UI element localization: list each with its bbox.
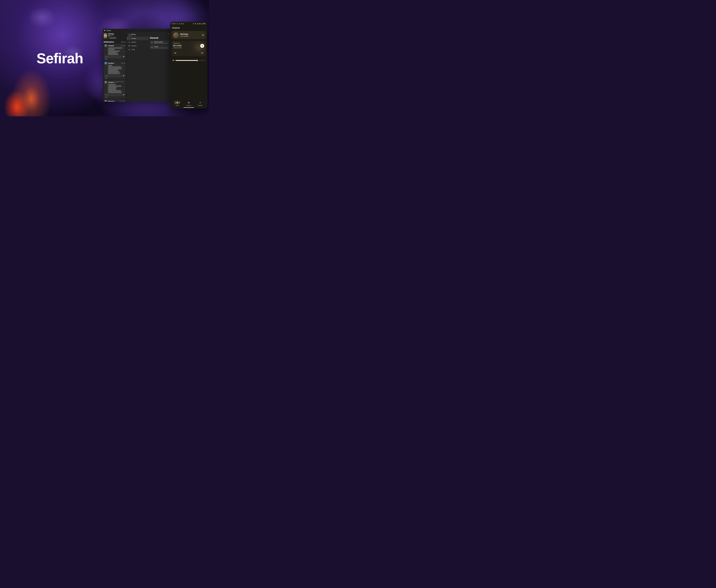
notification-card[interactable]: Instagram 8:21 AM Like <box>104 44 126 61</box>
whatsapp-icon <box>176 23 178 24</box>
nav-devices[interactable]: Devices <box>186 101 192 106</box>
volume-control[interactable] <box>172 59 206 62</box>
wifi-icon <box>195 23 196 24</box>
palette-icon <box>151 46 153 48</box>
pause-button[interactable] <box>200 44 204 48</box>
nav-label: Features <box>131 45 137 46</box>
titlebar-app-name: Sefirah <box>107 30 111 31</box>
volume-icon[interactable] <box>172 59 174 62</box>
alarm-icon <box>193 23 194 24</box>
media-artist: Travis Scott <box>173 47 204 48</box>
send-icon[interactable] <box>123 75 125 77</box>
volume-slider[interactable] <box>176 60 205 61</box>
app-icon <box>182 23 184 24</box>
nav-item-devices[interactable]: Devices <box>127 40 149 44</box>
connected-device-card[interactable]: Shrimpy Connected <box>172 31 206 39</box>
nav-item-about[interactable]: About <box>127 48 149 51</box>
nav-label: About <box>131 49 135 50</box>
tab-settings[interactable]: Settings <box>127 33 137 36</box>
setting-subtitle: Choose how the app starts whe <box>154 43 168 44</box>
nav-label: Settings <box>198 105 203 106</box>
notifications-list[interactable]: Instagram 8:21 AM Like <box>104 44 126 102</box>
notification-avatar <box>105 62 107 64</box>
svg-rect-12 <box>181 23 181 24</box>
nav-item-features[interactable]: Features <box>127 44 149 47</box>
signal-icon <box>197 23 198 24</box>
skip-next-icon[interactable] <box>201 52 204 54</box>
svg-point-7 <box>151 46 153 48</box>
notification-time: 8:21 AM <box>121 45 125 46</box>
like-button[interactable]: Like <box>105 77 125 79</box>
settings-heading: General <box>150 37 169 39</box>
like-button[interactable]: Like <box>105 58 125 60</box>
volume-thumb[interactable] <box>197 60 197 61</box>
setting-title: Theme <box>154 46 168 47</box>
nav-item-general[interactable]: General <box>127 37 149 40</box>
notification-app: Instagram <box>108 82 114 83</box>
home-icon <box>176 102 178 104</box>
nav-home[interactable]: Home <box>174 101 180 106</box>
connected-device-name: Shrimpy <box>180 33 200 35</box>
battery-indicator: 46 % <box>108 35 126 36</box>
expand-icon[interactable] <box>168 33 170 35</box>
notification-time: 1/29/2025 10:50 PM <box>115 81 125 84</box>
device-thumbnail <box>104 33 107 39</box>
notification-time: 12:37 PM <box>120 101 125 102</box>
nav-settings[interactable]: Settings <box>197 101 203 106</box>
connected-device-status: Connected <box>180 35 200 37</box>
skip-previous-icon[interactable] <box>174 52 176 54</box>
notification-card[interactable]: WhatsApp 12:37 PM <box>104 99 126 102</box>
device-name: Shrimpy <box>108 33 126 35</box>
media-player-card[interactable]: Spotify.exe MY EYES Travis Scott <box>172 41 206 56</box>
battery-icon <box>108 35 110 36</box>
notification-card[interactable]: Instagram 1/29/2025 10:50 PM <box>104 80 126 99</box>
svg-rect-2 <box>129 42 130 43</box>
titlebar: Sefirah <box>103 29 170 32</box>
notification-body <box>108 65 125 74</box>
svg-rect-5 <box>129 46 129 46</box>
reply-input[interactable] <box>105 56 122 58</box>
status-time: 12:16 <box>172 23 175 24</box>
notification-card[interactable]: Instagram 7:52 AM L <box>104 61 126 80</box>
svg-point-19 <box>200 102 200 103</box>
phone-mockup: 12:16 30% Home Shrimpy Connected <box>170 22 208 108</box>
phone-statusbar: 12:16 30% <box>170 22 208 25</box>
setting-subtitle: Choose your default app them <box>154 47 168 48</box>
device-card[interactable]: Shrimpy 46 % Connected <box>104 33 126 40</box>
battery-icon <box>201 23 202 24</box>
signal-icon <box>199 23 200 24</box>
notification-avatar <box>105 81 107 84</box>
notification-dot-icon <box>181 23 182 24</box>
features-icon <box>129 45 130 47</box>
reply-input[interactable] <box>105 93 122 96</box>
notification-app: Instagram <box>108 62 120 64</box>
gesture-bar[interactable] <box>183 107 194 108</box>
settings-panel: Settings General Devices F <box>127 32 170 102</box>
notifications-heading: Notifications <box>104 41 114 43</box>
svg-point-0 <box>129 34 129 35</box>
like-button[interactable]: Like <box>105 97 125 98</box>
left-panel: Shrimpy 46 % Connected Notifications Cle… <box>103 32 127 102</box>
send-icon[interactable] <box>123 56 125 58</box>
devices-icon <box>129 41 130 43</box>
status-battery: 30% <box>203 23 205 24</box>
notification-avatar <box>105 100 107 102</box>
sync-disabled-icon[interactable] <box>202 34 204 36</box>
device-avatar <box>173 33 179 38</box>
reply-input[interactable] <box>105 75 122 77</box>
setting-row-startup[interactable]: Startup Options Choose how the app start… <box>150 40 169 45</box>
setting-row-theme[interactable]: Theme Choose your default app them <box>150 45 169 49</box>
settings-nav: General Devices Features About <box>127 37 149 51</box>
settings-content: General Startup Options Choose how the a… <box>149 37 169 51</box>
desktop-app-window: Sefirah Shrimpy 46 % Connected Notificat… <box>103 29 170 102</box>
nav-label: Devices <box>187 105 191 106</box>
svg-rect-13 <box>183 23 184 24</box>
clear-all-button[interactable]: Clear All <box>121 41 126 43</box>
phone-bottom-nav: Home Devices Settings <box>170 100 208 106</box>
gear-icon <box>199 102 201 104</box>
svg-rect-11 <box>179 23 180 24</box>
nav-label: Devices <box>131 41 136 43</box>
instagram-icon <box>178 23 180 24</box>
phone-screen-title: Home <box>170 25 208 31</box>
send-icon[interactable] <box>123 94 125 96</box>
